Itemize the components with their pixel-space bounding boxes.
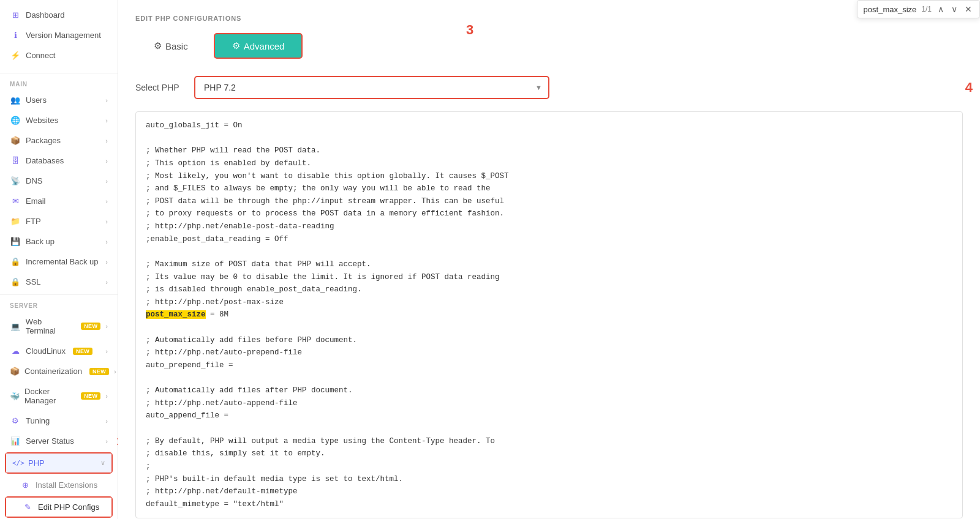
install-ext-icon: ⊕ xyxy=(20,480,31,490)
info-icon: ℹ xyxy=(10,31,21,40)
cloudlinux-icon: ☁ xyxy=(10,346,21,356)
docker-icon: 🐳 xyxy=(10,392,20,401)
sidebar-item-ssl[interactable]: 🔒 SSL › xyxy=(0,272,118,292)
sidebar-label-packages: Packages xyxy=(26,136,61,145)
sidebar-item-connect[interactable]: ⚡ Connect xyxy=(0,45,118,65)
sidebar-item-php[interactable]: </> PHP ∨ xyxy=(6,454,111,472)
main-section-label: MAIN xyxy=(0,76,118,90)
arrow-icon: › xyxy=(105,348,108,355)
sidebar-item-packages[interactable]: 📦 Packages › xyxy=(0,130,118,151)
sidebar-item-server-status[interactable]: 📊 Server Status › 1 xyxy=(0,431,118,451)
sidebar-item-install-extensions[interactable]: ⊕ Install Extensions xyxy=(0,475,118,495)
sidebar-item-incremental-backup[interactable]: 🔒 Incremental Back up › xyxy=(0,252,118,272)
sidebar-item-dns[interactable]: 📡 DNS › xyxy=(0,171,118,191)
sidebar-item-tuning[interactable]: ⚙ Tuning › xyxy=(0,411,118,431)
sidebar-label-incremental-backup: Incremental Back up xyxy=(26,257,99,266)
sidebar-label-dns: DNS xyxy=(26,176,42,185)
tabs-row: ⚙ Basic ⚙ Advanced 3 xyxy=(135,33,963,59)
main-content: post_max_size 1/1 ∧ ∨ ✕ EDIT PHP CONFIGU… xyxy=(118,0,980,519)
email-icon: ✉ xyxy=(10,196,21,206)
websites-icon: 🌐 xyxy=(10,116,21,125)
ssl-icon: 🔒 xyxy=(10,277,21,286)
sidebar-item-websites[interactable]: 🌐 Websites › xyxy=(0,110,118,130)
sidebar-item-ftp[interactable]: 📁 FTP › xyxy=(0,211,118,231)
databases-icon: 🗄 xyxy=(10,156,21,165)
tab-basic[interactable]: ⚙ Basic xyxy=(135,33,206,59)
sidebar-item-containerization[interactable]: 📦 Containerization NEW › xyxy=(0,361,118,381)
new-badge-cloudlinux: NEW xyxy=(73,348,92,355)
sidebar-label-ssl: SSL xyxy=(26,277,41,286)
sidebar-item-databases[interactable]: 🗄 Databases › xyxy=(0,151,118,171)
arrow-icon: › xyxy=(105,218,108,225)
tab-advanced[interactable]: ⚙ Advanced xyxy=(214,33,303,59)
sidebar-label-docker-manager: Docker Manager xyxy=(24,387,74,405)
backup-icon: 💾 xyxy=(10,237,21,246)
advanced-tab-icon: ⚙ xyxy=(232,40,240,51)
new-badge-containerization: NEW xyxy=(89,368,109,375)
server-section-label: SERVER xyxy=(0,297,118,312)
sidebar-label-cloudlinux: CloudLinux xyxy=(26,346,66,356)
sidebar-label-dashboard: Dashboard xyxy=(26,10,65,20)
arrow-icon: › xyxy=(105,392,108,400)
connect-icon: ⚡ xyxy=(10,51,21,60)
sidebar-label-connect: Connect xyxy=(26,51,55,60)
highlighted-text: post_max_size xyxy=(146,310,206,319)
sidebar-label-websites: Websites xyxy=(26,116,58,125)
basic-tab-label: Basic xyxy=(165,41,188,51)
arrow-icon: › xyxy=(105,137,108,144)
sidebar-item-users[interactable]: 👥 Users › xyxy=(0,90,118,110)
arrow-icon: › xyxy=(105,278,108,286)
sidebar-top: ⊞ Dashboard ℹ Version Management ⚡ Conne… xyxy=(0,0,118,70)
divider-server xyxy=(0,294,118,295)
search-bar: post_max_size 1/1 ∧ ∨ ✕ xyxy=(857,0,980,18)
sidebar-label-databases: Databases xyxy=(26,156,64,165)
arrow-icon: › xyxy=(105,177,108,185)
arrow-icon: ∨ xyxy=(100,459,105,467)
basic-tab-icon: ⚙ xyxy=(154,40,162,51)
incremental-backup-icon: 🔒 xyxy=(10,257,21,266)
ftp-icon: 📁 xyxy=(10,217,21,226)
new-badge-web-terminal: NEW xyxy=(81,323,100,330)
sidebar: ⊞ Dashboard ℹ Version Management ⚡ Conne… xyxy=(0,0,118,519)
label-4: 4 xyxy=(965,80,973,95)
code-editor[interactable]: auto_globals_jit = On ; Whether PHP will… xyxy=(135,111,963,518)
dashboard-icon: ⊞ xyxy=(10,10,21,20)
sidebar-label-containerization: Containerization xyxy=(24,367,82,376)
sidebar-item-docker-manager[interactable]: 🐳 Docker Manager NEW › xyxy=(0,381,118,411)
search-next-button[interactable]: ∨ xyxy=(950,4,959,14)
sidebar-label-users: Users xyxy=(26,95,47,105)
sidebar-item-backup[interactable]: 💾 Back up › xyxy=(0,231,118,252)
advanced-tab-label: Advanced xyxy=(244,41,285,51)
php-icon: </> xyxy=(12,459,23,467)
new-badge-docker: NEW xyxy=(81,392,100,400)
users-icon: 👥 xyxy=(10,95,21,105)
search-prev-button[interactable]: ∧ xyxy=(937,4,945,14)
web-terminal-icon: 💻 xyxy=(10,322,21,331)
sidebar-item-edit-php-configs[interactable]: ✎ Edit PHP Configs xyxy=(6,498,111,517)
sidebar-item-version-management[interactable]: ℹ Version Management xyxy=(0,25,118,45)
sidebar-label-tuning: Tuning xyxy=(26,416,50,425)
arrow-icon: › xyxy=(105,198,108,205)
dns-icon: 📡 xyxy=(10,176,21,185)
edit-icon: ✎ xyxy=(22,502,33,512)
arrow-icon: › xyxy=(105,438,108,445)
sidebar-item-dashboard[interactable]: ⊞ Dashboard xyxy=(0,5,118,25)
packages-icon: 📦 xyxy=(10,136,21,145)
select-php-label: Select PHP xyxy=(135,83,184,92)
arrow-icon: › xyxy=(105,238,108,245)
tuning-icon: ⚙ xyxy=(10,416,21,425)
sidebar-item-php-wrapper: </> PHP ∨ xyxy=(5,452,113,474)
sidebar-label-web-terminal: Web Terminal xyxy=(26,317,74,335)
sidebar-item-email[interactable]: ✉ Email › xyxy=(0,191,118,211)
sidebar-item-web-terminal[interactable]: 💻 Web Terminal NEW › xyxy=(0,312,118,341)
page-section-label: EDIT PHP CONFIGURATIONS xyxy=(135,15,963,22)
search-close-button[interactable]: ✕ xyxy=(963,4,973,14)
arrow-icon: › xyxy=(105,157,108,165)
arrow-icon: › xyxy=(105,117,108,124)
search-count: 1/1 xyxy=(921,5,932,13)
php-version-select[interactable]: PHP 7.2 PHP 7.4 PHP 8.0 PHP 8.1 PHP 8.2 xyxy=(194,76,549,99)
php-select-wrapper: PHP 7.2 PHP 7.4 PHP 8.0 PHP 8.1 PHP 8.2 xyxy=(194,76,549,99)
sidebar-item-cloudlinux[interactable]: ☁ CloudLinux NEW › xyxy=(0,341,118,361)
containerization-icon: 📦 xyxy=(10,367,20,376)
sidebar-label-email: Email xyxy=(26,196,46,206)
